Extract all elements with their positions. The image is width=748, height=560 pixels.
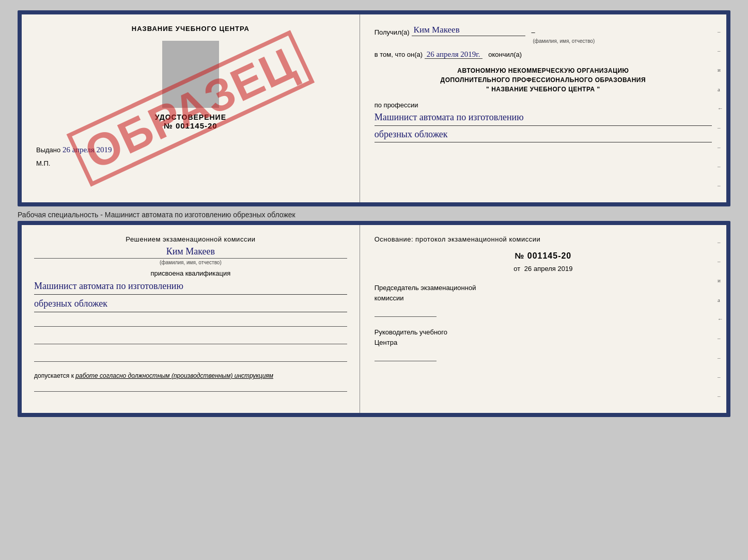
received-name: Ким Макеев [412,25,525,36]
blank-line-bottom [34,383,347,392]
protocol-date: от 26 апреля 2019 [375,265,712,273]
issued-prefix: Выдано [36,146,60,154]
dash-item: ← [718,316,723,322]
issued-date: 26 апреля 2019 [63,146,112,154]
protocol-date-value: 26 апреля 2019 [524,265,573,273]
dash-item: – [718,28,723,35]
sig-line-predsedatel [375,307,437,317]
blank-lines-left [34,318,347,362]
predsedatel-label: Председатель экзаменационной комиссии [375,283,712,303]
finished-date: 26 апреля 2019г. [425,50,482,59]
cert-number: № 001145-20 [34,121,347,130]
bottom-doc-right: Основание: протокол экзаменационной коми… [360,225,726,413]
top-doc-left: НАЗВАНИЕ УЧЕБНОГО ЦЕНТРА ОБРАЗЕЦ УДОСТОВ… [22,14,360,202]
org-line3: " НАЗВАНИЕ УЧЕБНОГО ЦЕНТРА " [375,85,712,94]
dopuskaetsya-prefix: допускается к [34,372,74,379]
protocol-date-prefix: от [513,265,520,273]
photo-placeholder [162,41,219,108]
rukovoditel-line1: Руководитель учебного [375,327,712,338]
dash-item: и [718,277,723,283]
rukovoditel-label: Руководитель учебного Центра [375,327,712,347]
blank-line [34,318,347,327]
dash-item: а [718,297,723,303]
profession-line2: обрезных обложек [375,128,712,142]
sig-line-rukovoditel [375,351,437,361]
received-line: Получил(а) Ким Макеев – [375,25,712,36]
cert-label: УДОСТОВЕРЕНИЕ [34,113,347,121]
side-dashes-bottom: – – и а ← – – – – [718,225,723,413]
dash-item: – [718,374,723,380]
prisvoena-label: присвоена квалификация [34,269,347,277]
top-document: НАЗВАНИЕ УЧЕБНОГО ЦЕНТРА ОБРАЗЕЦ УДОСТОВ… [18,10,730,206]
dash-item: – [718,182,723,188]
dash-item: – [718,335,723,341]
protocol-number: № 001145-20 [375,251,712,261]
qual-line2: обрезных обложек [34,297,347,312]
dash-item: – [718,393,723,399]
resheniyem-title: Решением экзаменационной комиссии [34,235,347,243]
dopuskaetsya-line: допускается к работе согласно должностны… [34,372,347,379]
dash-item: – [718,355,723,361]
top-doc-title: НАЗВАНИЕ УЧЕБНОГО ЦЕНТРА [34,25,347,33]
bottom-doc-left: Решением экзаменационной комиссии Ким Ма… [22,225,360,413]
dash-item: и [718,67,723,73]
dopuskaetsya-italic: работе согласно должностным (производств… [75,372,273,379]
side-dashes-top: – – и а ← – – – – [718,14,723,202]
dash-item: – [718,239,723,245]
dash-item: – [718,47,723,54]
dash1: – [532,28,535,36]
dash-item: – [718,258,723,264]
dash-item: а [718,86,723,92]
dash-item: – [718,163,723,169]
bottom-document: Решением экзаменационной комиссии Ким Ма… [18,221,730,417]
dash-item: – [718,124,723,131]
received-prefix: Получил(а) [375,28,410,36]
okончil-suffix: окончил(а) [488,51,522,58]
blank-line [34,336,347,344]
rukovoditel-sig-line [375,351,712,361]
org-block: АВТОНОМНУЮ НЕКОММЕРЧЕСКУЮ ОРГАНИЗАЦИЮ ДО… [375,66,712,94]
org-line2: ДОПОЛНИТЕЛЬНОГО ПРОФЕССИОНАЛЬНОГО ОБРАЗО… [375,75,712,85]
vtom-prefix: в том, что он(а) [375,51,423,58]
dash-item: ← [718,105,723,111]
between-docs-text: Рабочая специальность - Машинист автомат… [18,206,730,221]
po-professii-label: по профессии [375,101,712,109]
issued-line: Выдано 26 апреля 2019 [36,146,347,154]
predsedatel-line1: Председатель экзаменационной [375,283,712,293]
osnovanie-title: Основание: протокол экзаменационной коми… [375,235,712,243]
org-line1: АВТОНОМНУЮ НЕКОММЕРЧЕСКУЮ ОРГАНИЗАЦИЮ [375,66,712,75]
vtom-line: в том, что он(а) 26 апреля 2019г. окончи… [375,50,712,59]
person-name: Ким Макеев [34,246,347,257]
fio-hint-bottom: (фамилия, имя, отчество) [34,258,347,265]
predsedatel-sig-line [375,307,712,317]
fio-hint-top: (фамилия, имя, отчество) [416,38,712,44]
mp-label: М.П. [36,159,347,167]
qual-line1: Машинист автомата по изготовлению [34,279,347,295]
profession-line1: Машинист автомата по изготовлению [375,111,712,125]
blank-line [34,354,347,362]
predsedatel-line2: комиссии [375,293,712,303]
rukovoditel-line2: Центра [375,338,712,348]
top-doc-right: Получил(а) Ким Макеев – (фамилия, имя, о… [360,14,726,202]
dash-item: – [718,144,723,150]
